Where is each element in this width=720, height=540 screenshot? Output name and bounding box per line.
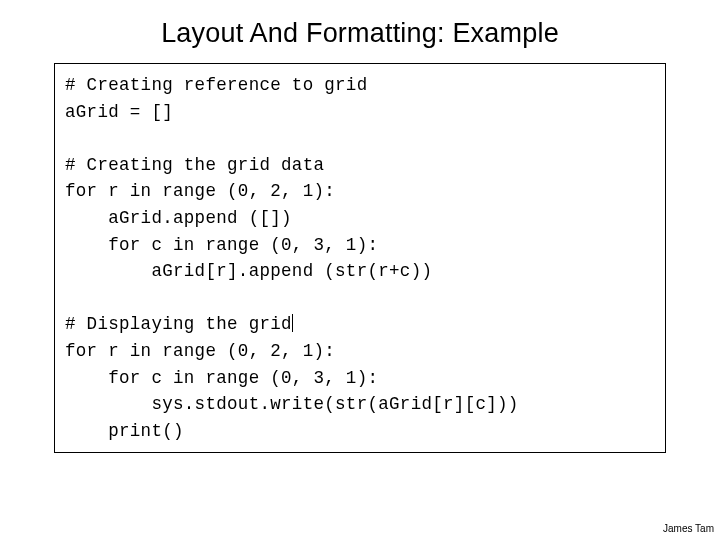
code-box: # Creating reference to grid aGrid = [] … (54, 63, 666, 453)
code-block: # Creating reference to grid aGrid = [] … (65, 72, 655, 444)
author-footer: James Tam (663, 523, 714, 534)
text-caret (292, 314, 293, 332)
slide: Layout And Formatting: Example # Creatin… (0, 0, 720, 540)
slide-title: Layout And Formatting: Example (40, 18, 680, 49)
